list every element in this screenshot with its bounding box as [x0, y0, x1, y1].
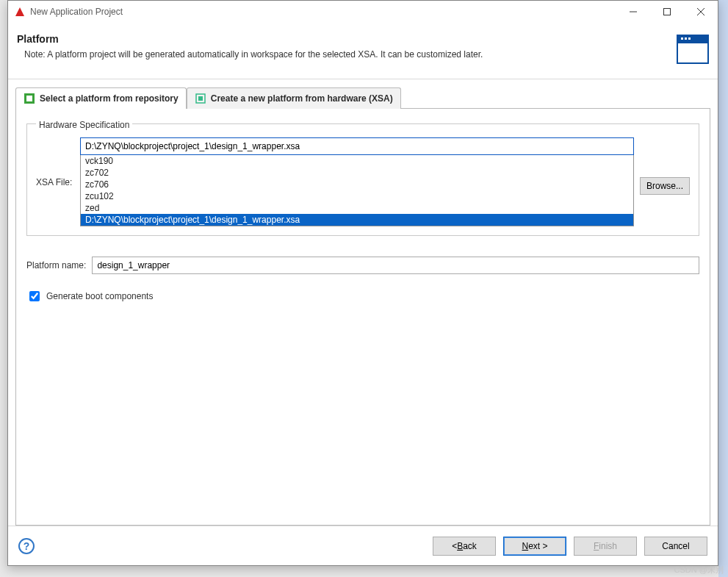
banner: Platform Note: A platform project will b… [8, 23, 718, 79]
xsa-option[interactable]: zcu102 [81, 190, 633, 202]
tab-xsa-label: Create a new platform from hardware (XSA… [211, 93, 393, 104]
watermark: CSDN @宋别 [674, 565, 724, 576]
close-button[interactable] [684, 1, 718, 23]
finish-button: Finish [574, 537, 637, 556]
tab-xsa[interactable]: Create a new platform from hardware (XSA… [187, 87, 401, 109]
svg-rect-1 [664, 9, 671, 15]
platform-name-input[interactable] [92, 257, 699, 274]
platform-icon [24, 93, 35, 104]
tab-repository[interactable]: Select a platform from repository [15, 87, 187, 109]
page-note: Note: A platform project will be generat… [17, 49, 677, 60]
generate-boot-row[interactable]: Generate boot components [26, 289, 699, 304]
platform-name-row: Platform name: [26, 257, 699, 274]
hardware-spec-legend: Hardware Specification [36, 120, 132, 130]
tab-panel: Hardware Specification XSA File: vck190z… [15, 108, 710, 526]
maximize-button[interactable] [650, 1, 684, 23]
cancel-button[interactable]: Cancel [644, 537, 707, 556]
xsa-file-input[interactable] [80, 137, 634, 155]
hardware-icon [195, 93, 206, 104]
dialog-window: New Application Project Platform Note: A… [7, 0, 718, 566]
xsa-file-label: XSA File: [36, 137, 74, 187]
content-area: Select a platform from repository Create… [8, 79, 718, 526]
tab-repository-label: Select a platform from repository [40, 93, 179, 104]
hardware-spec-fieldset: Hardware Specification XSA File: vck190z… [26, 123, 699, 236]
app-icon [14, 6, 26, 18]
generate-boot-checkbox[interactable] [29, 291, 40, 301]
browse-button[interactable]: Browse... [640, 177, 690, 195]
back-button[interactable]: < Back [433, 537, 496, 556]
help-button[interactable]: ? [18, 538, 35, 554]
xsa-option[interactable]: zc706 [81, 179, 633, 190]
xsa-option[interactable]: vck190 [81, 155, 633, 167]
svg-rect-5 [26, 96, 32, 101]
xsa-option[interactable]: zc702 [81, 167, 633, 179]
xsa-option[interactable]: D:\ZYNQ\blockproject\project_1\design_1_… [81, 214, 633, 226]
tab-bar: Select a platform from repository Create… [15, 87, 710, 109]
wizard-icon [677, 35, 709, 64]
platform-name-label: Platform name: [26, 260, 86, 270]
titlebar[interactable]: New Application Project [8, 1, 718, 23]
footer: ? < Back Next > Finish Cancel [8, 526, 718, 565]
background-strip [718, 0, 728, 577]
next-button[interactable]: Next > [503, 537, 566, 556]
page-title: Platform [17, 33, 677, 45]
minimize-button[interactable] [616, 1, 650, 23]
generate-boot-label: Generate boot components [46, 291, 153, 301]
xsa-file-combo[interactable]: vck190zc702zc706zcu102zedD:\ZYNQ\blockpr… [80, 137, 634, 226]
xsa-file-dropdown[interactable]: vck190zc702zc706zcu102zedD:\ZYNQ\blockpr… [80, 155, 634, 226]
svg-rect-7 [198, 96, 203, 101]
xsa-option[interactable]: zed [81, 202, 633, 214]
window-title: New Application Project [30, 7, 123, 17]
